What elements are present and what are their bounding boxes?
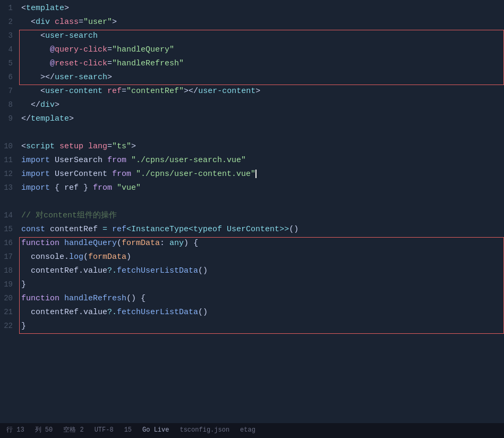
code-token: "user"	[83, 18, 112, 27]
code-token: function	[21, 294, 59, 303]
code-token: {	[136, 294, 146, 303]
code-token: ?.	[107, 266, 117, 275]
line-number: 20	[0, 292, 19, 304]
code-line: 21 contentRef.value?.fetchUserListData()	[0, 306, 504, 320]
code-token: =	[122, 87, 126, 96]
code-token: formData	[88, 252, 126, 262]
code-token: lang	[83, 142, 107, 151]
code-token: import	[21, 156, 50, 165]
line-number: 21	[0, 306, 19, 318]
line-number: 1	[0, 2, 19, 14]
code-token: user-content	[198, 87, 255, 96]
code-token: any	[165, 239, 184, 248]
code-line: 14 // 对content组件的操作	[0, 209, 504, 223]
code-token: ()	[198, 308, 208, 317]
code-token: ()	[126, 294, 136, 303]
code-token: user-search	[45, 31, 98, 40]
code-token: function	[21, 239, 59, 248]
code-token: <	[21, 18, 36, 27]
status-spaces: 空格 2	[63, 425, 83, 435]
line-number: 13	[0, 182, 19, 193]
code-line: 19 }	[0, 279, 504, 292]
code-line: 22 }	[0, 320, 504, 334]
code-token: </	[21, 100, 40, 110]
code-token: user-search	[55, 73, 107, 82]
code-line: 17 console.log(formData)	[0, 251, 504, 265]
code-token: import	[21, 170, 50, 179]
code-token: script	[26, 142, 55, 151]
line-content: <user-search	[19, 30, 504, 43]
code-line: 6 ></user-search>	[0, 71, 504, 85]
line-number: 17	[0, 251, 19, 263]
line-content: ></user-search>	[19, 71, 504, 84]
code-token: import	[21, 183, 50, 192]
encoding-label: UTF-8	[95, 425, 114, 435]
status-lang[interactable]: Go Live	[142, 425, 169, 435]
line-content: </template>	[19, 113, 504, 125]
line-number: 19	[0, 279, 19, 290]
status-bar: 行 13 列 50 空格 2 UTF-8 15 Go Live tsconfig…	[0, 423, 504, 438]
code-token: handleQuery	[59, 239, 117, 248]
code-token: user-content	[45, 87, 102, 96]
spaces-label: 空格 2	[63, 425, 83, 435]
line-number: 8	[0, 99, 19, 111]
code-token: div	[40, 100, 55, 110]
code-line: 1 <template>	[0, 2, 504, 16]
code-line: 18 contentRef.value?.fetchUserListData()	[0, 265, 504, 279]
line-number: 5	[0, 57, 19, 69]
code-line: 20 function handleRefresh() {	[0, 292, 504, 306]
code-token: @	[21, 45, 55, 54]
code-line: 15 const contentRef = ref<InstanceType<t…	[0, 223, 504, 237]
code-token: )	[126, 252, 131, 262]
code-area: 1 <template> 2 <div class="user"> 3 <use…	[0, 0, 504, 336]
code-token: .	[79, 308, 83, 317]
code-token: div	[36, 18, 50, 27]
code-token: "handleQuery"	[112, 45, 174, 54]
line-content: }	[19, 320, 504, 333]
code-token: <	[21, 142, 26, 151]
etag-label: etag	[240, 425, 255, 435]
code-token: from	[93, 183, 112, 192]
code-token: template	[26, 4, 64, 13]
code-token: =	[79, 18, 83, 27]
line-content: }	[19, 279, 504, 291]
code-token: "ts"	[112, 142, 131, 151]
line-content: <script setup lang="ts">	[19, 140, 504, 153]
code-token: ref	[102, 87, 122, 96]
text-cursor	[255, 170, 257, 178]
code-token: const	[21, 225, 45, 234]
code-token: ?.	[107, 308, 117, 317]
code-token: contentRef	[21, 266, 79, 275]
code-line: 16 function handleQuery(formData: any) {	[0, 237, 504, 251]
code-line	[0, 196, 504, 209]
line-number: 9	[0, 113, 19, 124]
line-label: 行 13	[6, 425, 24, 435]
code-line: 10 <script setup lang="ts">	[0, 140, 504, 154]
code-token: }	[21, 280, 26, 289]
line-content: // 对content组件的操作	[19, 209, 504, 222]
status-line: 行 13	[6, 425, 24, 435]
line-content: </div>	[19, 99, 504, 112]
number-label: 15	[124, 425, 132, 435]
code-token: .	[79, 266, 83, 275]
code-token: >	[131, 142, 136, 151]
code-token: }	[79, 183, 93, 192]
line-number: 10	[0, 140, 19, 152]
code-token: {	[50, 183, 64, 192]
line-number: 2	[0, 16, 19, 28]
code-token: formData	[122, 239, 160, 248]
line-content: import UserSearch from "./cpns/user-sear…	[19, 154, 504, 167]
line-number: 4	[0, 44, 19, 55]
code-token: ></	[184, 87, 198, 96]
line-content: const contentRef = ref<InstanceType<type…	[19, 223, 504, 236]
line-content: @query-click="handleQuery"	[19, 44, 504, 56]
line-number: 22	[0, 320, 19, 332]
code-token: ()	[198, 266, 208, 275]
code-token: "handleRefresh"	[112, 59, 184, 68]
lang-label: Go Live	[142, 425, 169, 435]
code-token: :	[160, 239, 165, 248]
code-token: UserContent	[50, 170, 112, 179]
code-token: </	[21, 114, 31, 123]
code-token: reset-click	[55, 59, 107, 68]
code-token: ()	[289, 225, 298, 234]
